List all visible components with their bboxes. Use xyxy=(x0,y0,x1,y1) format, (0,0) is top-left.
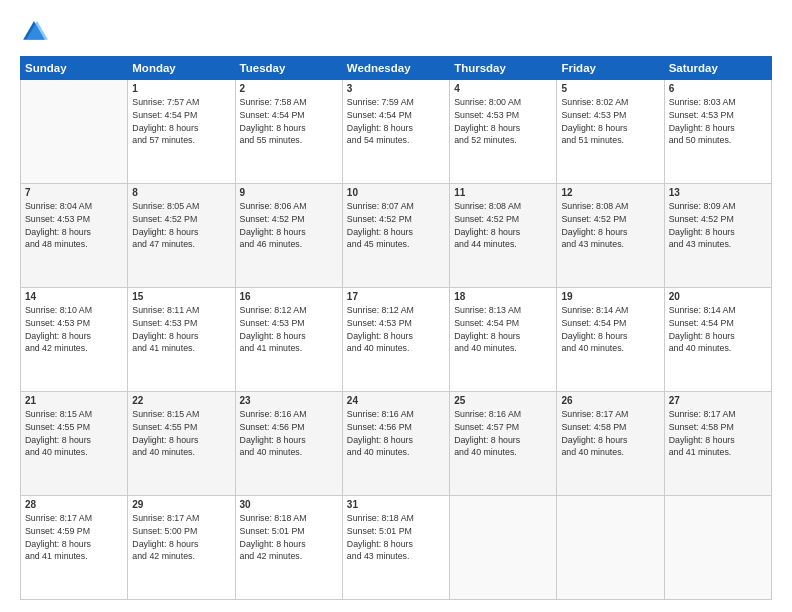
cell-info: Sunrise: 8:12 AMSunset: 4:53 PMDaylight:… xyxy=(240,304,338,355)
calendar-cell: 22Sunrise: 8:15 AMSunset: 4:55 PMDayligh… xyxy=(128,392,235,496)
cell-info: Sunrise: 8:05 AMSunset: 4:52 PMDaylight:… xyxy=(132,200,230,251)
header xyxy=(20,18,772,46)
calendar-cell xyxy=(557,496,664,600)
cell-line: Sunrise: 8:16 AM xyxy=(240,409,307,419)
cell-line: and 54 minutes. xyxy=(347,135,410,145)
cell-line: Sunrise: 8:00 AM xyxy=(454,97,521,107)
cell-line: Sunrise: 8:16 AM xyxy=(347,409,414,419)
cell-info: Sunrise: 8:08 AMSunset: 4:52 PMDaylight:… xyxy=(454,200,552,251)
daylight-hours: Daylight: 8 hours xyxy=(240,123,306,133)
day-number: 21 xyxy=(25,395,123,406)
daylight-hours: Daylight: 8 hours xyxy=(25,539,91,549)
cell-line: and 42 minutes. xyxy=(25,343,88,353)
cell-line: Sunrise: 7:57 AM xyxy=(132,97,199,107)
cell-info: Sunrise: 8:16 AMSunset: 4:57 PMDaylight:… xyxy=(454,408,552,459)
calendar-cell: 23Sunrise: 8:16 AMSunset: 4:56 PMDayligh… xyxy=(235,392,342,496)
daylight-hours: Daylight: 8 hours xyxy=(25,227,91,237)
cell-line: and 48 minutes. xyxy=(25,239,88,249)
cell-line: Sunset: 4:59 PM xyxy=(25,526,90,536)
calendar-body: 1Sunrise: 7:57 AMSunset: 4:54 PMDaylight… xyxy=(21,80,772,600)
daylight-hours: Daylight: 8 hours xyxy=(25,435,91,445)
cell-info: Sunrise: 8:17 AMSunset: 4:58 PMDaylight:… xyxy=(669,408,767,459)
day-number: 2 xyxy=(240,83,338,94)
calendar-cell: 21Sunrise: 8:15 AMSunset: 4:55 PMDayligh… xyxy=(21,392,128,496)
cell-line: Sunrise: 8:09 AM xyxy=(669,201,736,211)
cell-line: and 40 minutes. xyxy=(561,343,624,353)
cell-line: and 43 minutes. xyxy=(561,239,624,249)
daylight-hours: Daylight: 8 hours xyxy=(669,331,735,341)
cell-line: Sunset: 4:58 PM xyxy=(561,422,626,432)
calendar-table: SundayMondayTuesdayWednesdayThursdayFrid… xyxy=(20,56,772,600)
calendar-cell: 11Sunrise: 8:08 AMSunset: 4:52 PMDayligh… xyxy=(450,184,557,288)
daylight-hours: Daylight: 8 hours xyxy=(454,331,520,341)
day-number: 11 xyxy=(454,187,552,198)
calendar-cell: 27Sunrise: 8:17 AMSunset: 4:58 PMDayligh… xyxy=(664,392,771,496)
cell-line: Sunrise: 8:07 AM xyxy=(347,201,414,211)
daylight-hours: Daylight: 8 hours xyxy=(454,435,520,445)
cell-info: Sunrise: 8:17 AMSunset: 4:59 PMDaylight:… xyxy=(25,512,123,563)
calendar-cell: 3Sunrise: 7:59 AMSunset: 4:54 PMDaylight… xyxy=(342,80,449,184)
calendar-cell: 25Sunrise: 8:16 AMSunset: 4:57 PMDayligh… xyxy=(450,392,557,496)
cell-line: and 40 minutes. xyxy=(25,447,88,457)
day-number: 14 xyxy=(25,291,123,302)
day-number: 3 xyxy=(347,83,445,94)
logo-icon xyxy=(20,18,48,46)
cell-line: Sunset: 4:52 PM xyxy=(240,214,305,224)
calendar-header-cell: Saturday xyxy=(664,57,771,80)
day-number: 31 xyxy=(347,499,445,510)
cell-info: Sunrise: 8:14 AMSunset: 4:54 PMDaylight:… xyxy=(561,304,659,355)
cell-line: and 45 minutes. xyxy=(347,239,410,249)
cell-line: Sunset: 4:53 PM xyxy=(669,110,734,120)
cell-line: Sunrise: 8:17 AM xyxy=(132,513,199,523)
cell-line: Sunset: 4:53 PM xyxy=(240,318,305,328)
cell-info: Sunrise: 8:09 AMSunset: 4:52 PMDaylight:… xyxy=(669,200,767,251)
calendar-week-row: 21Sunrise: 8:15 AMSunset: 4:55 PMDayligh… xyxy=(21,392,772,496)
logo xyxy=(20,18,52,46)
cell-line: and 41 minutes. xyxy=(25,551,88,561)
cell-line: and 41 minutes. xyxy=(132,343,195,353)
cell-line: Sunset: 4:54 PM xyxy=(132,110,197,120)
day-number: 5 xyxy=(561,83,659,94)
cell-info: Sunrise: 8:13 AMSunset: 4:54 PMDaylight:… xyxy=(454,304,552,355)
calendar-cell: 24Sunrise: 8:16 AMSunset: 4:56 PMDayligh… xyxy=(342,392,449,496)
day-number: 22 xyxy=(132,395,230,406)
cell-info: Sunrise: 8:15 AMSunset: 4:55 PMDaylight:… xyxy=(25,408,123,459)
cell-line: Sunrise: 8:15 AM xyxy=(132,409,199,419)
daylight-hours: Daylight: 8 hours xyxy=(347,123,413,133)
day-number: 12 xyxy=(561,187,659,198)
cell-info: Sunrise: 8:04 AMSunset: 4:53 PMDaylight:… xyxy=(25,200,123,251)
cell-line: Sunrise: 8:10 AM xyxy=(25,305,92,315)
cell-line: Sunset: 5:00 PM xyxy=(132,526,197,536)
calendar-header-cell: Tuesday xyxy=(235,57,342,80)
cell-line: and 40 minutes. xyxy=(347,343,410,353)
daylight-hours: Daylight: 8 hours xyxy=(561,331,627,341)
day-number: 10 xyxy=(347,187,445,198)
cell-line: Sunset: 4:54 PM xyxy=(347,110,412,120)
cell-line: Sunrise: 8:15 AM xyxy=(25,409,92,419)
cell-info: Sunrise: 8:18 AMSunset: 5:01 PMDaylight:… xyxy=(240,512,338,563)
day-number: 8 xyxy=(132,187,230,198)
cell-line: Sunrise: 8:14 AM xyxy=(561,305,628,315)
cell-line: Sunset: 4:52 PM xyxy=(454,214,519,224)
cell-info: Sunrise: 8:17 AMSunset: 5:00 PMDaylight:… xyxy=(132,512,230,563)
daylight-hours: Daylight: 8 hours xyxy=(240,435,306,445)
cell-info: Sunrise: 8:06 AMSunset: 4:52 PMDaylight:… xyxy=(240,200,338,251)
cell-line: and 43 minutes. xyxy=(669,239,732,249)
cell-line: and 42 minutes. xyxy=(132,551,195,561)
cell-line: Sunrise: 8:18 AM xyxy=(240,513,307,523)
daylight-hours: Daylight: 8 hours xyxy=(132,539,198,549)
cell-line: and 51 minutes. xyxy=(561,135,624,145)
day-number: 15 xyxy=(132,291,230,302)
cell-line: Sunrise: 8:05 AM xyxy=(132,201,199,211)
cell-line: Sunset: 4:52 PM xyxy=(669,214,734,224)
calendar-cell: 26Sunrise: 8:17 AMSunset: 4:58 PMDayligh… xyxy=(557,392,664,496)
calendar-cell: 1Sunrise: 7:57 AMSunset: 4:54 PMDaylight… xyxy=(128,80,235,184)
cell-line: Sunset: 4:53 PM xyxy=(347,318,412,328)
daylight-hours: Daylight: 8 hours xyxy=(25,331,91,341)
cell-info: Sunrise: 7:59 AMSunset: 4:54 PMDaylight:… xyxy=(347,96,445,147)
cell-line: and 57 minutes. xyxy=(132,135,195,145)
day-number: 17 xyxy=(347,291,445,302)
day-number: 27 xyxy=(669,395,767,406)
day-number: 7 xyxy=(25,187,123,198)
calendar-cell: 28Sunrise: 8:17 AMSunset: 4:59 PMDayligh… xyxy=(21,496,128,600)
